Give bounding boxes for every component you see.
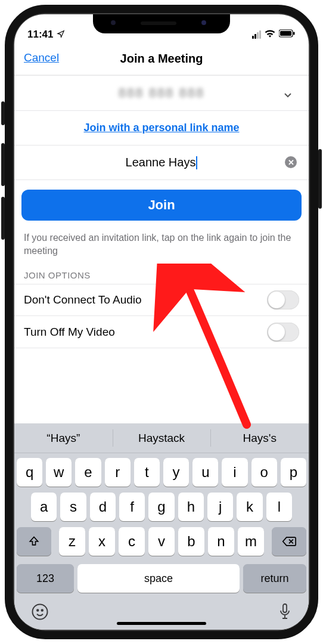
display-name-field[interactable]: Leanne Hays ✕	[14, 145, 309, 180]
invitation-hint-text: If you received an invitation link, tap …	[14, 227, 309, 265]
suggestion-0[interactable]: “Hays”	[14, 423, 113, 453]
numbers-key[interactable]: 123	[17, 564, 74, 593]
svg-rect-1	[280, 31, 291, 36]
option-label: Don't Connect To Audio	[24, 293, 142, 306]
home-indicator[interactable]	[117, 622, 206, 625]
join-button[interactable]: Join	[21, 190, 302, 221]
option-dont-connect-audio: Don't Connect To Audio	[14, 284, 309, 316]
cellular-signal-icon	[252, 30, 261, 39]
emoji-key[interactable]	[31, 603, 49, 625]
backspace-key[interactable]	[272, 527, 306, 556]
personal-link-row: Join with a personal link name	[14, 111, 309, 145]
option-label: Turn Off My Video	[24, 326, 115, 339]
cancel-button[interactable]: Cancel	[24, 51, 59, 64]
svg-point-4	[37, 609, 39, 611]
key-e[interactable]: e	[75, 458, 101, 487]
personal-link-name-link[interactable]: Join with a personal link name	[83, 122, 239, 134]
keyboard-suggestions-bar: “Hays” Haystack Hays's	[14, 423, 309, 453]
meeting-id-masked: 888 888 888	[119, 85, 204, 101]
key-y[interactable]: y	[163, 458, 189, 487]
key-k[interactable]: k	[237, 493, 262, 521]
toggle-video[interactable]	[267, 323, 299, 342]
key-t[interactable]: t	[134, 458, 160, 487]
suggestion-1[interactable]: Haystack	[113, 423, 211, 453]
page-title: Join a Meeting	[120, 52, 203, 66]
status-time: 11:41	[27, 29, 53, 41]
key-m[interactable]: m	[238, 527, 264, 556]
space-key[interactable]: space	[77, 564, 240, 593]
key-x[interactable]: x	[89, 527, 115, 556]
key-z[interactable]: z	[59, 527, 85, 556]
key-i[interactable]: i	[222, 458, 247, 487]
display-name-input: Leanne Hays	[58, 156, 265, 170]
key-p[interactable]: p	[281, 458, 306, 487]
key-q[interactable]: q	[17, 458, 42, 487]
key-h[interactable]: h	[178, 493, 204, 521]
key-f[interactable]: f	[119, 493, 145, 521]
svg-point-5	[42, 609, 44, 611]
key-r[interactable]: r	[105, 458, 131, 487]
key-w[interactable]: w	[46, 458, 72, 487]
key-l[interactable]: l	[266, 493, 292, 521]
key-g[interactable]: g	[148, 493, 174, 521]
key-v[interactable]: v	[148, 527, 175, 556]
suggestion-2[interactable]: Hays's	[210, 423, 309, 453]
key-u[interactable]: u	[192, 458, 218, 487]
join-options-header: JOIN OPTIONS	[14, 265, 309, 284]
meeting-id-selector[interactable]: 888 888 888	[14, 75, 309, 111]
option-turn-off-video: Turn Off My Video	[14, 316, 309, 348]
key-b[interactable]: b	[178, 527, 204, 556]
ios-keyboard: “Hays” Haystack Hays's qwertyuiop asdfgh…	[14, 423, 309, 630]
chevron-down-icon[interactable]	[281, 89, 294, 102]
clear-input-icon[interactable]: ✕	[285, 156, 297, 168]
location-icon	[57, 30, 65, 40]
nav-header: Cancel Join a Meeting	[14, 43, 309, 75]
shift-key[interactable]	[17, 527, 51, 556]
toggle-audio[interactable]	[267, 290, 299, 309]
key-j[interactable]: j	[207, 493, 233, 521]
key-a[interactable]: a	[31, 493, 57, 521]
svg-point-3	[33, 604, 48, 619]
key-o[interactable]: o	[251, 458, 277, 487]
key-n[interactable]: n	[208, 527, 234, 556]
key-s[interactable]: s	[60, 493, 86, 521]
wifi-icon	[265, 29, 275, 41]
key-c[interactable]: c	[119, 527, 145, 556]
dictation-key[interactable]	[278, 603, 292, 625]
svg-rect-2	[293, 32, 295, 35]
key-d[interactable]: d	[90, 493, 116, 521]
svg-rect-6	[283, 604, 287, 612]
return-key[interactable]: return	[243, 564, 306, 593]
device-notch	[93, 14, 230, 33]
battery-icon	[279, 29, 296, 41]
